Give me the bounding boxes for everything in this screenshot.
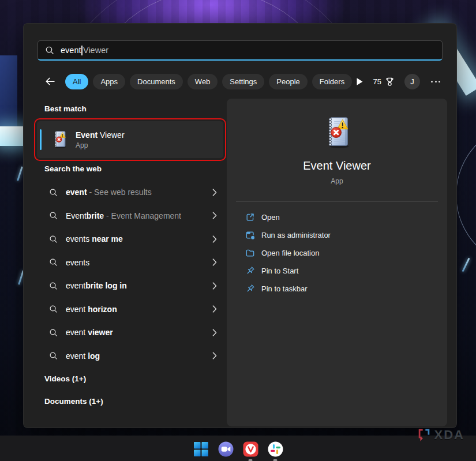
action-pin-to-taskbar[interactable]: Pin to taskbar	[227, 280, 447, 298]
event-viewer-app-icon-large	[319, 115, 355, 151]
avatar-initial: J	[410, 77, 414, 86]
start-button[interactable]	[193, 441, 209, 457]
filter-tab-settings[interactable]: Settings	[222, 74, 264, 89]
chevron-right-icon	[212, 258, 217, 266]
slack-app-button[interactable]	[268, 441, 283, 457]
search-icon	[45, 46, 54, 55]
back-arrow-icon[interactable]	[44, 76, 56, 87]
search-icon	[49, 282, 58, 290]
action-open[interactable]: Open	[227, 208, 447, 226]
search-inline-suggestion: Viewer	[83, 46, 108, 55]
desktop-screen: event Viewer All Apps Documents Web Sett…	[0, 0, 476, 461]
wallpaper-neon-block	[0, 55, 17, 128]
best-match-result[interactable]: Event Viewer App	[37, 121, 223, 158]
search-icon	[49, 328, 58, 337]
best-match-text: Event Viewer App	[76, 130, 125, 149]
filter-tabs: All Apps Documents Web Settings People F…	[44, 73, 356, 90]
web-suggestion-row[interactable]: event - See web results	[37, 181, 227, 204]
search-input[interactable]: event Viewer	[38, 40, 443, 61]
preview-actions-list: Open Run as administrator Open file loca…	[227, 208, 447, 298]
chat-icon	[218, 441, 234, 457]
web-suggestions-list: event - See web results Eventbrite - Eve…	[37, 181, 227, 368]
rewards-points: 75	[373, 77, 381, 86]
rewards-badge[interactable]: 75	[373, 77, 395, 87]
web-suggestion-row[interactable]: Eventbrite - Event Management	[37, 204, 227, 228]
documents-section-header[interactable]: Documents (1+)	[44, 397, 103, 406]
text-caret	[81, 46, 83, 55]
web-suggestion-row[interactable]: events	[37, 251, 227, 275]
chevron-right-icon	[212, 189, 217, 196]
selection-accent-bar	[40, 129, 42, 150]
chevron-right-icon	[212, 329, 217, 336]
web-suggestion-row[interactable]: eventbrite log in	[37, 274, 227, 298]
search-icon	[49, 305, 58, 313]
web-suggestion-row[interactable]: event log	[37, 344, 227, 368]
divider	[236, 201, 438, 202]
xda-watermark-text: XDA	[434, 428, 464, 443]
preview-app-title: Event Viewer	[227, 159, 447, 173]
web-suggestion-row[interactable]: event horizon	[37, 298, 227, 321]
search-flyout-window: event Viewer All Apps Documents Web Sett…	[23, 23, 457, 428]
wallpaper-neon-band	[0, 126, 25, 146]
chevron-right-icon	[212, 212, 217, 219]
action-pin-to-start[interactable]: Pin to Start	[227, 262, 447, 280]
best-match-subtitle: App	[76, 141, 125, 149]
run-as-admin-icon	[245, 230, 255, 240]
search-the-web-heading: Search the web	[44, 164, 102, 173]
chevron-right-icon	[212, 235, 217, 243]
avatar[interactable]: J	[404, 74, 420, 89]
rewards-trophy-icon	[385, 77, 395, 87]
xda-watermark: XDA	[417, 427, 464, 443]
chevron-right-icon	[212, 282, 217, 290]
search-icon	[49, 351, 58, 360]
more-options-icon[interactable]	[430, 78, 441, 85]
filter-tab-documents[interactable]: Documents	[130, 74, 183, 89]
chevron-right-icon	[212, 305, 217, 313]
filter-tab-all[interactable]: All	[65, 74, 88, 89]
filter-tab-apps[interactable]: Apps	[93, 74, 125, 89]
pin-icon	[245, 284, 255, 294]
vivaldi-icon	[243, 441, 258, 457]
search-query-text: event	[61, 46, 81, 55]
search-header-actions: 75 J	[355, 73, 441, 90]
folder-icon	[245, 248, 255, 258]
action-run-as-administrator[interactable]: Run as administrator	[227, 226, 447, 244]
filter-tab-folders[interactable]: Folders	[312, 74, 352, 89]
preview-panel: Event Viewer App Open Ru	[227, 99, 447, 426]
preview-app-subtitle: App	[227, 177, 447, 185]
search-icon	[49, 235, 58, 243]
best-match-title: Event Viewer	[76, 130, 125, 140]
play-icon[interactable]	[355, 77, 363, 86]
pin-icon	[245, 266, 255, 276]
chevron-right-icon	[212, 352, 217, 359]
xda-logo-icon	[417, 427, 432, 443]
videos-section-header[interactable]: Videos (1+)	[44, 374, 86, 383]
chat-app-button[interactable]	[218, 441, 234, 457]
web-suggestion-row[interactable]: event viewer	[37, 321, 227, 344]
windows-logo-icon	[193, 441, 209, 457]
web-suggestion-row[interactable]: events near me	[37, 227, 227, 251]
taskbar	[0, 436, 476, 461]
filter-tab-people[interactable]: People	[269, 74, 307, 89]
best-match-heading: Best match	[44, 104, 87, 113]
slack-icon	[268, 441, 283, 457]
search-icon	[49, 188, 58, 197]
search-icon	[49, 258, 58, 267]
open-external-icon	[245, 212, 255, 222]
event-viewer-app-icon	[50, 130, 69, 149]
vivaldi-browser-button[interactable]	[243, 441, 258, 457]
filter-tab-web[interactable]: Web	[188, 74, 218, 89]
action-open-file-location[interactable]: Open file location	[227, 244, 447, 262]
search-icon	[49, 211, 58, 220]
